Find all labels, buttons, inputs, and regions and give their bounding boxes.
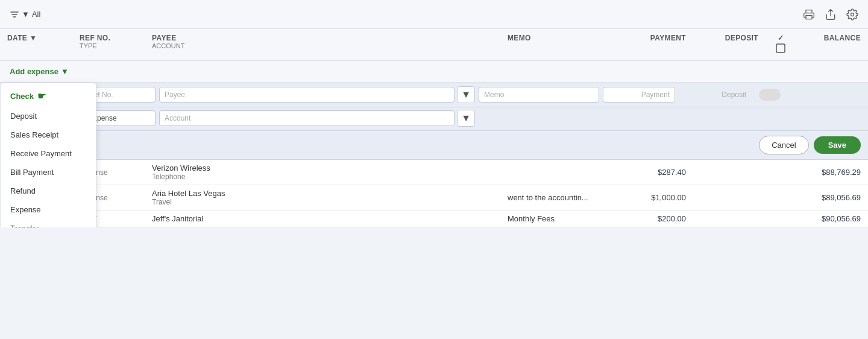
deposit-cell <box>693 185 766 210</box>
export-button[interactable] <box>825 8 837 21</box>
table-header: DATE ▼ REF NO. TYPE PAYEE ACCOUNT MEMO P… <box>0 29 868 61</box>
deposit-cell-new: Deposit <box>679 90 751 99</box>
table-row: Expense Aria Hotel Las Vegas Travel went… <box>0 185 868 211</box>
settings-button[interactable] <box>846 8 858 21</box>
check-column-header[interactable]: ✓ <box>766 29 796 60</box>
filter-button[interactable]: ▼ All <box>10 10 40 19</box>
memo-cell: Monthly Fees <box>500 211 621 227</box>
memo-cell-new <box>479 87 599 103</box>
add-expense-label: Add expense <box>10 67 58 76</box>
payee-account-cell: Verizon Wireless Telephone <box>145 160 500 185</box>
toolbar-right <box>803 8 858 21</box>
account-input[interactable] <box>159 110 454 126</box>
menu-item-check[interactable]: Check ☛ <box>1 86 96 107</box>
payee-column-header: PAYEE ACCOUNT <box>145 29 500 60</box>
payment-input[interactable] <box>603 87 675 103</box>
payee-input[interactable] <box>159 87 454 103</box>
menu-item-expense[interactable]: Expense <box>1 200 96 219</box>
payment-cell: $287.40 <box>621 160 693 185</box>
toggle-cell-new <box>755 89 785 101</box>
settings-icon <box>846 8 858 21</box>
balance-cell: $88,769.29 <box>796 160 868 185</box>
print-button[interactable] <box>803 8 815 21</box>
balance-cell: $90,056.69 <box>796 211 868 227</box>
svg-rect-1 <box>776 44 785 52</box>
filter-icon <box>10 10 19 19</box>
deposit-cell <box>693 160 766 185</box>
payment-cell-new <box>603 87 675 103</box>
new-entry-row-2: ▼ <box>0 107 868 131</box>
print-icon <box>803 8 815 21</box>
toolbar-left: ▼ All <box>10 10 40 19</box>
save-button[interactable]: Save <box>814 136 861 154</box>
filter-dropdown-arrow: ▼ <box>22 10 30 19</box>
deposit-cell <box>693 211 766 227</box>
menu-item-deposit[interactable]: Deposit <box>1 107 96 125</box>
table-row: Expense Verizon Wireless Telephone $287.… <box>0 160 868 185</box>
actions-row: Cancel Save <box>0 131 868 160</box>
payment-column-header: PAYMENT <box>621 29 693 60</box>
table-row: 12/31/2024 5317 Jeff's Janitorial Monthl… <box>0 211 868 227</box>
check-cell <box>766 160 796 185</box>
payee-account-cell: Jeff's Janitorial <box>145 211 500 227</box>
payment-cell: $1,000.00 <box>621 185 693 210</box>
refno-column-header: REF NO. TYPE <box>72 29 145 60</box>
deposit-column-header: DEPOSIT <box>693 29 766 60</box>
memo-cell: went to the accountin... <box>500 185 621 210</box>
account-cell-new: ▼ <box>159 110 475 127</box>
payee-cell-new: ▼ <box>159 86 475 103</box>
new-entry-row-1: ▼ Deposit <box>0 83 868 107</box>
memo-column-header: MEMO <box>500 29 621 60</box>
export-icon <box>825 8 837 21</box>
menu-item-transfer[interactable]: Transfer <box>1 219 96 227</box>
balance-column-header: BALANCE <box>796 29 868 60</box>
menu-item-sales-receipt[interactable]: Sales Receipt <box>1 125 96 144</box>
menu-item-bill-payment[interactable]: Bill Payment <box>1 163 96 182</box>
payment-cell: $200.00 <box>621 211 693 227</box>
check-label: Check <box>10 92 34 101</box>
check-cell <box>766 211 796 227</box>
cancel-button[interactable]: Cancel <box>759 136 808 154</box>
payee-account-cell: Aria Hotel Las Vegas Travel <box>145 185 500 210</box>
add-expense-section: Add expense ▼ Check ☛ Deposit Sales Rece… <box>0 61 868 83</box>
deposit-label: Deposit <box>722 90 746 99</box>
menu-item-refund[interactable]: Refund <box>1 182 96 200</box>
account-dropdown-btn[interactable]: ▼ <box>457 110 475 127</box>
checkbox-icon <box>776 43 785 53</box>
memo-input[interactable] <box>479 87 599 103</box>
filter-label: All <box>32 10 40 19</box>
menu-item-receive-payment[interactable]: Receive Payment <box>1 144 96 163</box>
cleared-toggle[interactable] <box>759 89 781 101</box>
memo-cell <box>500 160 621 185</box>
check-cell <box>766 185 796 210</box>
toolbar: ▼ All <box>0 0 868 29</box>
balance-cell: $89,056.69 <box>796 185 868 210</box>
cursor-hand: ☛ <box>37 90 46 102</box>
sort-icon: ▼ <box>30 34 37 42</box>
payee-dropdown-btn[interactable]: ▼ <box>457 86 475 103</box>
add-expense-dropdown: Check ☛ Deposit Sales Receipt Receive Pa… <box>0 83 96 227</box>
add-expense-button[interactable]: Add expense ▼ <box>10 67 69 76</box>
date-column-header[interactable]: DATE ▼ <box>0 29 72 60</box>
add-expense-arrow: ▼ <box>61 67 69 76</box>
svg-point-0 <box>851 13 854 16</box>
